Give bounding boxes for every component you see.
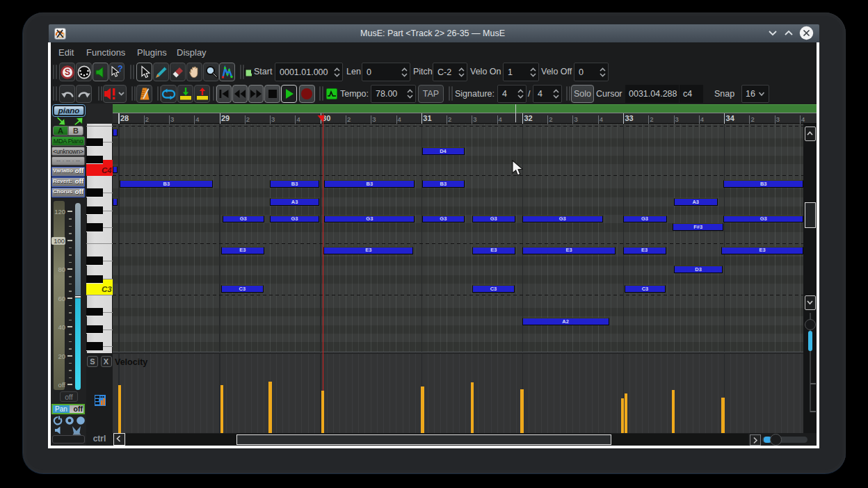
svg-text:S: S: [64, 67, 70, 77]
svg-text:?: ?: [118, 65, 122, 74]
